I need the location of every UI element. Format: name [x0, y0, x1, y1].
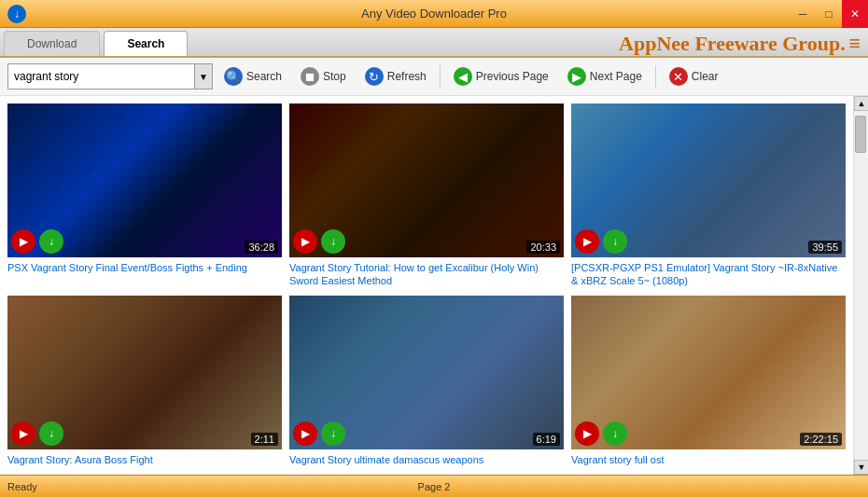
thumb-controls: ▶ ↓	[575, 421, 627, 446]
thumb-controls: ▶ ↓	[11, 229, 63, 254]
statusbar: Ready Page 2	[0, 475, 868, 497]
video-item: ▶ ↓ 6:19 Vagrant Story ultimate damascus…	[289, 296, 564, 467]
video-thumbnail[interactable]: ▶ ↓ 6:19	[289, 296, 564, 449]
scroll-down-button[interactable]: ▼	[854, 460, 868, 475]
search-combo: ▼	[7, 63, 213, 90]
play-button[interactable]: ▶	[575, 421, 599, 446]
clear-button-label: Clear	[692, 70, 719, 83]
stop-button-label: Stop	[323, 70, 346, 83]
video-item: ▶ ↓ 2:22:15 Vagrant story full ost	[571, 296, 846, 467]
video-title[interactable]: [PCSXR-PGXP PS1 Emulator] Vagrant Story …	[571, 261, 846, 288]
prev-page-button[interactable]: ◀ Previous Page	[446, 63, 556, 90]
branding-menu-icon[interactable]: ≡	[848, 32, 861, 55]
scroll-up-button[interactable]: ▲	[854, 96, 868, 111]
download-button[interactable]: ↓	[321, 229, 345, 254]
download-button[interactable]: ↓	[39, 229, 63, 254]
video-title[interactable]: Vagrant Story: Asura Boss Fight	[7, 453, 282, 466]
refresh-button-label: Refresh	[387, 70, 427, 83]
duration-badge: 2:11	[251, 433, 278, 446]
status-page: Page 2	[418, 481, 451, 492]
play-button[interactable]: ▶	[293, 421, 317, 446]
download-button[interactable]: ↓	[321, 421, 345, 446]
app-title: Any Video Downloader Pro	[361, 7, 507, 21]
app-icon: ↓	[7, 5, 26, 23]
tab-search[interactable]: Search	[104, 31, 188, 56]
scrollbar: ▲ ▼	[853, 96, 868, 475]
next-page-label: Next Page	[590, 70, 642, 83]
video-item: ▶ ↓ 2:11 Vagrant Story: Asura Boss Fight	[7, 296, 282, 467]
video-title[interactable]: Vagrant story full ost	[571, 453, 846, 466]
branding: AppNee Freeware Group. ≡	[619, 32, 861, 56]
separator-1	[440, 65, 441, 88]
duration-badge: 6:19	[533, 433, 560, 446]
refresh-icon: ↻	[365, 67, 384, 86]
video-thumbnail[interactable]: ▶ ↓ 36:28	[7, 104, 282, 257]
maximize-button[interactable]: □	[816, 0, 842, 28]
video-item: ▶ ↓ 20:33 Vagrant Story Tutorial: How to…	[289, 104, 564, 288]
refresh-button[interactable]: ↻ Refresh	[357, 63, 434, 90]
titlebar: ↓ Any Video Downloader Pro ─ □ ✕	[0, 0, 868, 28]
clear-button[interactable]: ✕ Clear	[662, 63, 726, 90]
window-controls: ─ □ ✕	[790, 0, 868, 28]
search-button[interactable]: 🔍 Search	[217, 63, 289, 90]
download-button[interactable]: ↓	[603, 421, 627, 446]
duration-badge: 36:28	[245, 241, 278, 254]
duration-badge: 20:33	[526, 241, 560, 254]
duration-badge: 2:22:15	[800, 433, 842, 446]
search-icon: 🔍	[224, 67, 243, 86]
search-button-label: Search	[246, 70, 282, 83]
video-grid: ▶ ↓ 36:28 PSX Vagrant Story Final Event/…	[0, 96, 853, 475]
play-button[interactable]: ▶	[11, 421, 35, 446]
thumb-controls: ▶ ↓	[293, 421, 345, 446]
thumb-controls: ▶ ↓	[293, 229, 345, 254]
play-button[interactable]: ▶	[575, 229, 599, 254]
duration-badge: 39:55	[808, 241, 842, 254]
video-item: ▶ ↓ 39:55 [PCSXR-PGXP PS1 Emulator] Vagr…	[571, 104, 846, 288]
search-dropdown-button[interactable]: ▼	[194, 63, 213, 90]
play-button[interactable]: ▶	[11, 229, 35, 254]
video-title[interactable]: Vagrant Story Tutorial: How to get Excal…	[289, 261, 564, 288]
prev-page-icon: ◀	[454, 67, 472, 86]
separator-2	[655, 65, 656, 88]
video-item: ▶ ↓ 36:28 PSX Vagrant Story Final Event/…	[7, 104, 282, 288]
branding-text: AppNee Freeware Group.	[619, 32, 846, 55]
minimize-button[interactable]: ─	[790, 0, 816, 28]
next-page-button[interactable]: ▶ Next Page	[560, 63, 650, 90]
video-thumbnail[interactable]: ▶ ↓ 2:11	[7, 296, 282, 449]
close-button[interactable]: ✕	[842, 0, 868, 28]
video-thumbnail[interactable]: ▶ ↓ 39:55	[571, 104, 846, 257]
play-button[interactable]: ▶	[293, 229, 317, 254]
prev-page-label: Previous Page	[476, 70, 549, 83]
stop-icon: ⏹	[301, 67, 319, 86]
thumb-controls: ▶ ↓	[11, 421, 63, 446]
search-input[interactable]	[7, 63, 194, 90]
download-button[interactable]: ↓	[39, 421, 63, 446]
scroll-track	[854, 111, 868, 460]
stop-button[interactable]: ⏹ Stop	[293, 63, 354, 90]
tabbar: Download Search AppNee Freeware Group. ≡	[0, 28, 868, 58]
next-page-icon: ▶	[567, 67, 586, 86]
content-area: ▶ ↓ 36:28 PSX Vagrant Story Final Event/…	[0, 96, 868, 475]
video-title[interactable]: Vagrant Story ultimate damascus weapons	[289, 453, 564, 466]
video-title[interactable]: PSX Vagrant Story Final Event/Boss Figth…	[7, 261, 282, 274]
video-thumbnail[interactable]: ▶ ↓ 2:22:15	[571, 296, 846, 449]
scroll-thumb[interactable]	[855, 116, 866, 153]
clear-icon: ✕	[669, 67, 688, 86]
video-thumbnail[interactable]: ▶ ↓ 20:33	[289, 104, 564, 257]
download-button[interactable]: ↓	[603, 229, 627, 254]
thumb-controls: ▶ ↓	[575, 229, 627, 254]
toolbar: ▼ 🔍 Search ⏹ Stop ↻ Refresh ◀ Previous P…	[0, 58, 868, 96]
tab-download[interactable]: Download	[4, 31, 100, 56]
